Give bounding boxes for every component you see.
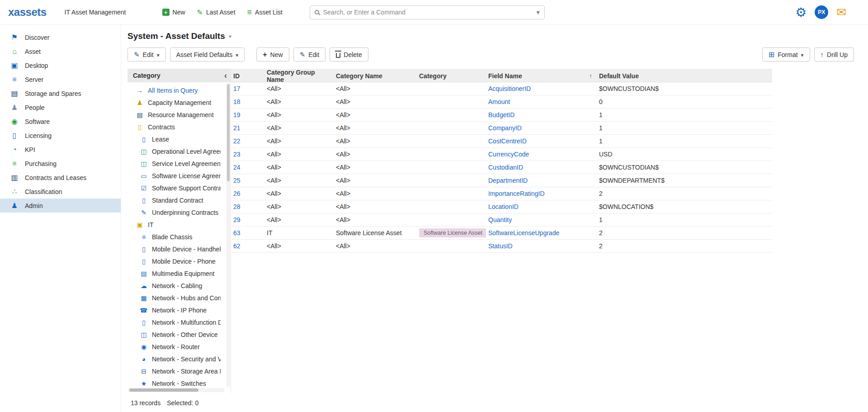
sort-ascending-icon[interactable] — [589, 72, 597, 80]
asset-field-defaults-button[interactable]: Asset Field Defaults — [170, 47, 245, 62]
category-tree-item[interactable]: ▦ Network - Hubs and Concen — [127, 292, 221, 304]
table-row[interactable]: 29 <All> <All> Quantity 1 — [231, 213, 772, 227]
horizontal-scrollbar[interactable] — [128, 388, 224, 392]
cell-id[interactable]: 17 — [231, 85, 264, 92]
category-tree-item[interactable]: ☁ Network - Cabling — [127, 279, 221, 292]
category-tree-item[interactable]: ◫ Service Level Agreement — [127, 157, 221, 170]
table-row[interactable]: 24 <All> <All> CustodianID $OWNCUSTODIAN… — [231, 161, 772, 174]
table-row[interactable]: 21 <All> <All> CompanyID 1 — [231, 122, 772, 135]
category-tree-item[interactable]: ▯ Contracts — [127, 121, 221, 133]
category-tree-item[interactable]: ◕ Network - Security and VPN — [127, 353, 221, 365]
new-record-button[interactable]: New — [256, 47, 289, 62]
table-row[interactable]: 17 <All> <All> AcquisitionerID $OWNCUSTO… — [231, 82, 772, 95]
search-input[interactable] — [323, 9, 537, 16]
cell-id[interactable]: 23 — [231, 151, 264, 158]
table-row[interactable]: 63 IT Software License Asset Software Li… — [231, 227, 772, 240]
table-row[interactable]: 19 <All> <All> BudgetID 1 — [231, 109, 772, 122]
category-tree-item[interactable]: ▯ Mobile Device - Handheld — [127, 243, 221, 255]
category-tree-item[interactable]: ◫ Operational Level Agreemen — [127, 145, 221, 157]
category-tree-item[interactable]: ◉ Network - Router — [127, 341, 221, 353]
cell-field-name[interactable]: Quantity — [486, 216, 597, 223]
cell-id[interactable]: 18 — [231, 98, 264, 105]
cell-field-name[interactable]: AcquisitionerID — [486, 85, 597, 92]
sidebar-item[interactable]: ▯ Licensing — [0, 128, 121, 142]
category-tree-item[interactable]: ◫ Network - Other Device — [127, 328, 221, 341]
user-avatar[interactable]: PX — [815, 5, 828, 19]
cell-id[interactable]: 19 — [231, 111, 264, 118]
table-row[interactable]: 62 <All> <All> StatusID 2 — [231, 240, 772, 253]
category-tree-item[interactable]: ▯ Mobile Device - Phone — [127, 255, 221, 267]
category-tree-item[interactable]: ▯ Lease — [127, 133, 221, 145]
cell-id[interactable]: 22 — [231, 137, 264, 145]
table-row[interactable]: 26 <All> <All> ImportanceRatingID 2 — [231, 187, 772, 200]
sidebar-item[interactable]: ◉ Software — [0, 114, 121, 128]
sidebar-item[interactable]: ⚑ Discover — [0, 30, 121, 44]
command-search[interactable] — [310, 5, 545, 19]
delete-record-button[interactable]: Delete — [330, 47, 368, 62]
table-row[interactable]: 28 <All> <All> LocationID $OWNLOCATION$ — [231, 200, 772, 213]
vertical-scrollbar[interactable] — [226, 83, 230, 387]
category-tree-item[interactable]: ▤ Resource Management — [127, 109, 221, 121]
table-row[interactable]: 18 <All> <All> Amount 0 — [231, 95, 772, 109]
cell-field-name[interactable]: DepartmentID — [486, 177, 597, 184]
sidebar-item[interactable]: ♟ Admin — [0, 199, 121, 213]
category-tree-item[interactable]: ▯ Standard Contract — [127, 194, 221, 206]
cell-id[interactable]: 63 — [231, 229, 264, 237]
category-tree-item[interactable]: ▤ Multimedia Equipment — [127, 267, 221, 279]
sidebar-item[interactable]: ◔ KPI — [0, 142, 121, 156]
cell-id[interactable]: 29 — [231, 216, 264, 223]
title-chevron-down-icon[interactable] — [229, 33, 232, 40]
cell-field-name[interactable]: CustodianID — [486, 164, 597, 171]
column-header-category-name[interactable]: Category Name — [334, 72, 417, 80]
category-tree-item[interactable]: ▣ IT — [127, 218, 221, 231]
cell-field-name[interactable]: ImportanceRatingID — [486, 190, 597, 197]
cell-id[interactable]: 62 — [231, 242, 264, 250]
cell-field-name[interactable]: BudgetID — [486, 111, 597, 118]
cell-field-name[interactable]: StatusID — [486, 242, 597, 250]
edit-record-button[interactable]: Edit — [293, 47, 326, 62]
new-button[interactable]: New — [162, 9, 185, 16]
column-header-field-name[interactable]: Field Name — [486, 72, 597, 80]
sidebar-item[interactable]: ∴ Classification — [0, 185, 121, 199]
category-tree-item[interactable]: ☑ Software Support Contract — [127, 182, 221, 194]
table-row[interactable]: 23 <All> <All> CurrencyCode USD — [231, 148, 772, 161]
category-tree-item[interactable]: ▯ Network - Multifunction Dev — [127, 316, 221, 328]
cell-id[interactable]: 25 — [231, 177, 264, 184]
collapse-chevron-left-icon[interactable] — [224, 71, 227, 81]
column-header-id[interactable]: ID — [231, 72, 264, 80]
category-tree-item[interactable]: ⊟ Network - Storage Area Netw — [127, 365, 221, 377]
table-row[interactable]: 22 <All> <All> CostCentreID 1 — [231, 135, 772, 148]
sidebar-item[interactable]: ▤ Storage and Spares — [0, 86, 121, 100]
sidebar-item[interactable]: ▥ Contracts and Leases — [0, 170, 121, 185]
sidebar-item[interactable]: ⌂ Asset — [0, 44, 121, 58]
cell-id[interactable]: 24 — [231, 164, 264, 171]
format-button[interactable]: Format — [762, 47, 810, 62]
category-tree-item[interactable]: ♟ Capacity Management — [127, 96, 221, 109]
cell-field-name[interactable]: CompanyID — [486, 124, 597, 132]
category-tree-item[interactable]: ☎ Network - IP Phone — [127, 304, 221, 316]
cell-id[interactable]: 26 — [231, 190, 264, 197]
category-tree-item[interactable]: ≡ Blade Chassis — [127, 231, 221, 243]
category-tree-item[interactable]: ▭ Software License Agreement — [127, 170, 221, 182]
table-row[interactable]: 25 <All> <All> DepartmentID $OWNDEPARTME… — [231, 174, 772, 187]
mail-envelope-icon[interactable] — [836, 5, 846, 19]
sidebar-item[interactable]: ♟ People — [0, 100, 121, 114]
edit-menu-button[interactable]: Edit — [127, 47, 166, 62]
vertical-scrollbar-thumb[interactable] — [227, 84, 230, 181]
category-tree-item[interactable]: → All Items in Query — [127, 84, 221, 96]
drill-up-button[interactable]: Drill Up — [814, 47, 854, 62]
cell-field-name[interactable]: LocationID — [486, 203, 597, 210]
column-header-category-group-name[interactable]: Category Group Name — [264, 69, 334, 83]
cell-field-name[interactable]: SoftwareLicenseUpgrade — [486, 229, 597, 237]
asset-list-button[interactable]: Asset List — [247, 8, 283, 17]
column-header-default-value[interactable]: Default Value — [597, 72, 772, 80]
last-asset-button[interactable]: Last Asset — [197, 8, 236, 17]
horizontal-scrollbar-thumb[interactable] — [129, 388, 198, 392]
column-header-category[interactable]: Category — [417, 72, 486, 80]
cell-field-name[interactable]: Amount — [486, 98, 597, 105]
sidebar-item[interactable]: ▣ Desktop — [0, 58, 121, 72]
search-chevron-down-icon[interactable] — [537, 9, 540, 16]
category-tree-item[interactable]: ★ Network - Switches — [127, 377, 221, 389]
cell-id[interactable]: 21 — [231, 124, 264, 132]
sidebar-item[interactable]: ≡ Server — [0, 72, 121, 86]
